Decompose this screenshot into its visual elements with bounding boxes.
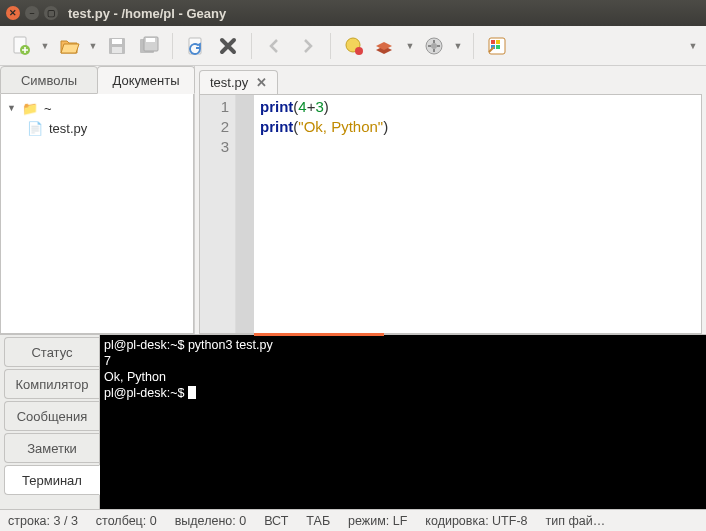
line-gutter: 123 (200, 95, 236, 333)
code-editor[interactable]: 123 print(4+3) print("Ok, Python") (199, 94, 702, 334)
terminal-cursor (188, 386, 196, 399)
sidebar-tab-symbols[interactable]: Символы (0, 66, 98, 94)
window-close-button[interactable]: ✕ (6, 6, 20, 20)
file-icon: 📄 (27, 121, 43, 136)
execute-dropdown[interactable]: ▼ (451, 41, 465, 51)
window-maximize-button[interactable]: ▢ (44, 6, 58, 20)
status-mode[interactable]: режим: LF (348, 514, 407, 528)
terminal-line: Ok, Python (104, 370, 166, 384)
status-col: столбец: 0 (96, 514, 157, 528)
svg-rect-15 (496, 40, 500, 44)
svg-rect-14 (491, 40, 495, 44)
svg-rect-4 (112, 47, 122, 53)
terminal-prompt: pl@pl-desk:~$ (104, 386, 188, 400)
document-tab-label: test.py (210, 75, 248, 90)
sidebar-tab-documents[interactable]: Документы (97, 66, 195, 94)
build-dropdown[interactable]: ▼ (403, 41, 417, 51)
status-line: строка: 3 / 3 (8, 514, 78, 528)
save-button[interactable] (102, 31, 132, 61)
code-content[interactable]: print(4+3) print("Ok, Python") (254, 95, 701, 333)
statusbar: строка: 3 / 3 столбец: 0 выделено: 0 ВСТ… (0, 509, 706, 531)
revert-button[interactable] (181, 31, 211, 61)
compile-button[interactable] (339, 31, 369, 61)
bottom-tab-notes[interactable]: Заметки (4, 433, 99, 463)
svg-rect-7 (146, 38, 155, 42)
color-chooser-button[interactable] (482, 31, 512, 61)
terminal-line: 7 (104, 354, 111, 368)
titlebar: ✕ – ▢ test.py - /home/pl - Geany (0, 0, 706, 26)
window-title: test.py - /home/pl - Geany (68, 6, 226, 21)
svg-point-12 (431, 43, 437, 49)
toolbar-overflow[interactable]: ▼ (686, 41, 700, 51)
fold-column[interactable] (236, 95, 254, 333)
build-button[interactable] (371, 31, 401, 61)
close-file-button[interactable] (213, 31, 243, 61)
horizontal-scrollbar[interactable] (254, 333, 384, 336)
status-enc[interactable]: кодировка: UTF-8 (425, 514, 527, 528)
status-sel: выделено: 0 (175, 514, 246, 528)
terminal-line: pl@pl-desk:~$ python3 test.py (104, 338, 273, 352)
bottom-tab-terminal[interactable]: Терминал (4, 465, 100, 495)
svg-point-10 (355, 47, 363, 55)
execute-button[interactable] (419, 31, 449, 61)
folder-icon: 📁 (22, 101, 38, 116)
bottom-tab-compiler[interactable]: Компилятор (4, 369, 99, 399)
save-all-button[interactable] (134, 31, 164, 61)
toolbar: ▼ ▼ ▼ ▼ ▼ (0, 26, 706, 66)
bottom-tab-messages[interactable]: Сообщения (4, 401, 99, 431)
tree-file[interactable]: 📄 test.py (5, 118, 189, 138)
svg-rect-17 (496, 45, 500, 49)
sidebar: Символы Документы ▼ 📁 ~ 📄 test.py (0, 66, 195, 334)
open-file-button[interactable] (54, 31, 84, 61)
nav-back-button[interactable] (260, 31, 290, 61)
nav-forward-button[interactable] (292, 31, 322, 61)
tree-file-label: test.py (49, 121, 87, 136)
new-file-dropdown[interactable]: ▼ (38, 41, 52, 51)
bottom-tab-status[interactable]: Статус (4, 337, 99, 367)
open-file-dropdown[interactable]: ▼ (86, 41, 100, 51)
svg-rect-3 (112, 39, 122, 44)
window-minimize-button[interactable]: – (25, 6, 39, 20)
document-tab-close-icon[interactable]: ✕ (256, 75, 267, 90)
document-tree[interactable]: ▼ 📁 ~ 📄 test.py (0, 94, 194, 334)
status-type[interactable]: тип фай… (546, 514, 606, 528)
tree-root[interactable]: ▼ 📁 ~ (5, 98, 189, 118)
tree-root-label: ~ (44, 101, 52, 116)
tree-expand-icon[interactable]: ▼ (7, 103, 16, 113)
status-ins[interactable]: ВСТ (264, 514, 288, 528)
status-tab[interactable]: ТАБ (306, 514, 330, 528)
terminal[interactable]: pl@pl-desk:~$ python3 test.py 7 Ok, Pyth… (100, 335, 706, 509)
document-tab[interactable]: test.py ✕ (199, 70, 278, 94)
new-file-button[interactable] (6, 31, 36, 61)
